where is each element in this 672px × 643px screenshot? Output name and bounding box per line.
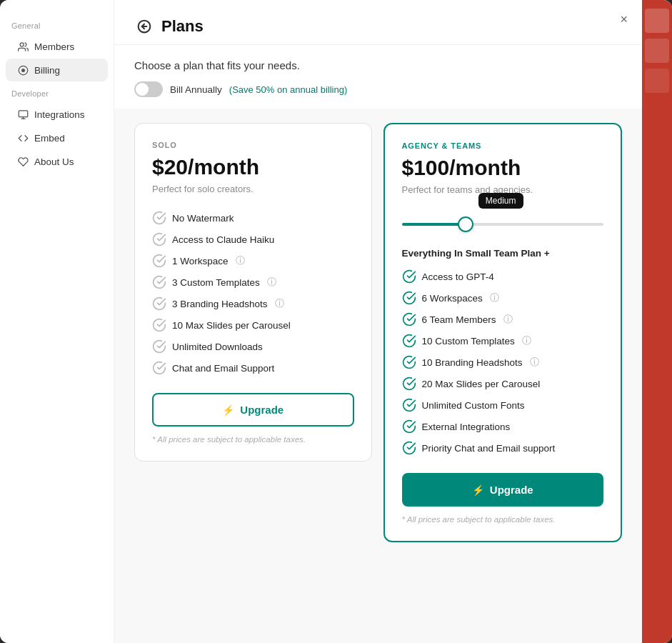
agency-badge: AGENCY & TEAMS	[402, 141, 604, 150]
list-item: 6 Team Members ⓘ	[402, 309, 604, 330]
sidebar-item-members[interactable]: Members	[6, 35, 108, 58]
feature-text: 6 Team Members	[422, 314, 496, 325]
check-icon	[402, 398, 416, 412]
feature-text: 10 Custom Templates	[422, 336, 515, 347]
sidebar-item-billing[interactable]: Billing	[6, 59, 108, 81]
sidebar-item-integrations[interactable]: Integrations	[6, 103, 108, 126]
info-icon[interactable]: ⓘ	[530, 356, 539, 369]
check-icon	[152, 296, 166, 311]
list-item: Access to GPT-4	[402, 266, 604, 287]
list-item: Access to Claude Haiku	[152, 229, 354, 250]
list-item: 10 Max Slides per Carousel	[152, 314, 354, 336]
feature-text: Unlimited Custom Fonts	[422, 400, 525, 411]
members-label: Members	[34, 41, 74, 52]
plans-tagline: Choose a plan that fits your needs.	[134, 59, 622, 71]
sidebar: General Members	[0, 0, 114, 643]
back-button[interactable]	[134, 18, 154, 35]
check-icon	[152, 318, 166, 332]
list-item: 1 Workspace ⓘ	[152, 250, 354, 271]
check-icon	[402, 355, 416, 369]
feature-text: Access to Claude Haiku	[172, 234, 274, 245]
check-icon	[402, 419, 416, 434]
check-icon	[152, 211, 166, 225]
page-title: Plans	[161, 17, 204, 36]
info-icon[interactable]: ⓘ	[522, 334, 531, 347]
feature-text: 10 Max Slides per Carousel	[172, 320, 291, 331]
list-item: External Integrations	[402, 416, 604, 437]
preview-item	[645, 9, 669, 33]
plans-subheader: Choose a plan that fits your needs. Bill…	[114, 45, 642, 109]
list-item: Chat and Email Support	[152, 357, 354, 379]
list-item: Unlimited Custom Fonts	[402, 394, 604, 416]
sidebar-item-about-us[interactable]: About Us	[6, 150, 108, 173]
solo-tax-note: * All prices are subject to applicable t…	[152, 435, 354, 444]
check-icon	[152, 361, 166, 375]
integrations-icon	[17, 109, 29, 120]
billing-icon	[17, 64, 29, 76]
check-icon	[402, 269, 416, 284]
preview-item	[645, 39, 669, 63]
info-icon[interactable]: ⓘ	[503, 313, 513, 326]
solo-badge: SOLO	[152, 141, 354, 149]
solo-desc: Perfect for solo creators.	[152, 184, 354, 194]
integrations-label: Integrations	[34, 109, 85, 120]
agency-features-list: Access to GPT-4 6 Workspaces ⓘ	[402, 266, 604, 459]
solo-upgrade-label: Upgrade	[240, 404, 284, 416]
info-icon[interactable]: ⓘ	[236, 254, 245, 267]
solo-upgrade-button[interactable]: ⚡ Upgrade	[152, 393, 354, 427]
close-button[interactable]: ×	[617, 10, 631, 29]
plans-header: Plans	[114, 0, 642, 45]
solo-features-list: No Watermark Access to Claude Haiku	[152, 207, 354, 379]
agency-upgrade-button[interactable]: ⚡ Upgrade	[402, 473, 604, 507]
info-icon[interactable]: ⓘ	[490, 291, 499, 304]
feature-text: Access to GPT-4	[422, 271, 494, 282]
sidebar-developer-label: Developer	[0, 82, 114, 102]
embed-label: Embed	[34, 133, 65, 144]
about-us-icon	[17, 156, 29, 167]
svg-point-0	[20, 42, 24, 46]
lightning-icon: ⚡	[222, 404, 234, 416]
list-item: 20 Max Slides per Carousel	[402, 373, 604, 394]
svg-point-2	[21, 69, 24, 71]
list-item: 3 Custom Templates ⓘ	[152, 271, 354, 293]
solo-plan-card: SOLO $20/month Perfect for solo creators…	[134, 123, 372, 462]
modal: General Members	[0, 0, 672, 643]
feature-text: 1 Workspace	[172, 256, 229, 266]
feature-text: 20 Max Slides per Carousel	[422, 379, 541, 389]
check-icon	[402, 312, 416, 327]
feature-text: Chat and Email Support	[172, 363, 274, 374]
billing-save-label: (Save 50% on annual billing)	[229, 84, 348, 95]
feature-text: No Watermark	[172, 213, 234, 224]
team-size-slider[interactable]	[402, 223, 604, 226]
feature-text: External Integrations	[422, 422, 511, 432]
feature-text: Unlimited Downloads	[172, 342, 263, 352]
check-icon	[402, 377, 416, 391]
main-content: × Plans Choose a plan that fits your nee…	[114, 0, 642, 643]
info-icon[interactable]: ⓘ	[275, 297, 284, 310]
agency-plan-card: AGENCY & TEAMS $100/month Perfect for te…	[383, 123, 623, 542]
svg-rect-3	[19, 110, 28, 116]
billing-toggle[interactable]	[134, 81, 163, 97]
plan-slider-container: Medium	[402, 208, 604, 236]
info-icon[interactable]: ⓘ	[267, 276, 276, 289]
feature-text: 3 Custom Templates	[172, 277, 260, 288]
slider-wrap: Medium	[402, 208, 604, 236]
billing-label: Billing	[34, 65, 60, 76]
feature-text: 3 Branding Headshots	[172, 299, 268, 309]
plans-cards: SOLO $20/month Perfect for solo creators…	[114, 109, 642, 557]
preview-strip	[642, 0, 672, 643]
billing-toggle-row: Bill Annually (Save 50% on annual billin…	[134, 81, 622, 97]
solo-price: $20/month	[152, 155, 354, 179]
agency-price: $100/month	[402, 156, 604, 180]
agency-upgrade-label: Upgrade	[490, 484, 533, 496]
list-item: 3 Branding Headshots ⓘ	[152, 293, 354, 314]
lightning-icon: ⚡	[472, 484, 484, 496]
about-us-label: About Us	[34, 156, 74, 167]
feature-text: Priority Chat and Email support	[422, 443, 556, 454]
sidebar-item-embed[interactable]: Embed	[6, 126, 108, 149]
list-item: Unlimited Downloads	[152, 336, 354, 357]
check-icon	[152, 232, 166, 246]
preview-item	[645, 69, 669, 93]
agency-tax-note: * All prices are subject to applicable t…	[402, 515, 604, 524]
sidebar-general-label: General	[0, 14, 114, 34]
